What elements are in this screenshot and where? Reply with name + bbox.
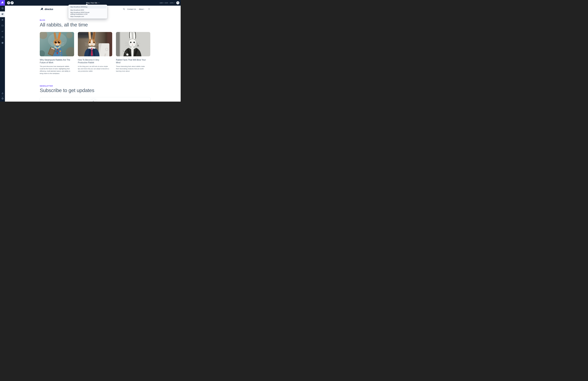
devices-icon (177, 2, 179, 4)
account-button[interactable] (1, 97, 4, 100)
blog-card-facts[interactable]: Rabbit Facts That Will Blow Your Mind Th… (116, 32, 150, 75)
blog-post-grid: Why Steampunk Rabbits Are The Future of … (40, 32, 150, 75)
folder-icon (1, 24, 4, 27)
post-title: How To Become A Very Productive Rabbit (78, 59, 108, 64)
sidebar-divider (1, 96, 4, 96)
post-excerpt: This post discusses how steampunk rabbit… (40, 65, 72, 75)
module-files[interactable] (0, 23, 5, 29)
app-window: ? (0, 0, 181, 102)
directus-rabbit-icon (40, 7, 44, 11)
blog-card-productive[interactable]: How To Become A Very Productive Rabbit I… (78, 32, 112, 75)
site-logo[interactable]: directus (40, 7, 53, 11)
module-nav: ? (0, 6, 5, 46)
chevron-down-icon (174, 2, 175, 4)
user-circle-icon (1, 98, 4, 100)
search-button[interactable] (123, 8, 125, 11)
blog-heading: All rabbits, all the time (40, 22, 150, 28)
newsletter-eyebrow: NEWSLETTER (40, 85, 150, 87)
post-image-rabbit-in-suit (78, 32, 112, 56)
nav-about-label: About (139, 8, 144, 10)
blog-eyebrow: BLOG (40, 19, 150, 21)
chevron-down-icon (144, 8, 145, 10)
help-icon: ? (1, 36, 4, 39)
sun-icon (148, 8, 150, 10)
site-brand-wordmark: directus (44, 8, 53, 11)
post-excerpt: These interesting facts about rabbits ma… (116, 65, 148, 72)
post-title: Why Steampunk Rabbits Are The Future of … (40, 59, 70, 64)
post-excerpt: In this blog post, we will look at some … (78, 65, 110, 72)
module-bar-bottom (0, 92, 5, 102)
newsletter-form-card: First Name *Required (40, 97, 150, 102)
nav-contact-us[interactable]: Contact Us (127, 8, 136, 10)
url-option-visual-editing[interactable]: http://localhost:3000/?visual-editing=tr… (69, 12, 106, 15)
url-option-root[interactable]: http://localhost:3000 (69, 8, 106, 12)
module-help[interactable]: ? (0, 34, 5, 40)
url-option-blog[interactable]: http://localhost:3000/blog (69, 5, 106, 8)
topbar-right-tools: 1860 × 1020 100% (159, 0, 179, 6)
gear-icon (1, 42, 4, 44)
newsletter-heading: Subscribe to get updates (40, 87, 150, 93)
directus-rabbit-icon (1, 1, 4, 4)
site-preview-frame: directus Contact Us About (5, 6, 181, 102)
module-bar: ? (0, 0, 5, 102)
nav-contact-label: Contact Us (127, 8, 136, 10)
post-image-victorian-rabbit (116, 32, 150, 56)
theme-toggle-button[interactable] (147, 7, 151, 11)
module-visual-editor[interactable] (0, 11, 5, 17)
nav-about-dropdown[interactable]: About (139, 8, 145, 10)
post-title: Rabbit Facts That Will Blow Your Mind (116, 59, 147, 64)
url-dropdown-menu: http://localhost:3000/blog http://localh… (68, 5, 107, 19)
directus-logo-tile[interactable] (0, 0, 5, 6)
zoom-level: 100% (170, 2, 174, 4)
viewport-size-readout: 1860 × 1020 (159, 2, 168, 4)
url-option-example[interactable]: https://example.com (69, 15, 106, 18)
module-content[interactable] (0, 6, 5, 11)
notifications-button[interactable] (1, 92, 4, 95)
page-title: Blog | Your Site (86, 2, 97, 4)
module-settings[interactable] (0, 40, 5, 46)
insights-sparkline-icon (1, 30, 4, 33)
bell-icon (1, 93, 4, 95)
post-image-steampunk-rabbit (40, 32, 74, 56)
blog-card-steampunk[interactable]: Why Steampunk Rabbits Are The Future of … (40, 32, 74, 75)
zoom-level-dropdown[interactable]: 100% (170, 2, 175, 4)
search-icon (123, 9, 125, 11)
users-icon (1, 19, 4, 21)
responsive-preview-button[interactable] (176, 1, 179, 4)
edit-square-icon (1, 13, 4, 16)
chevron-down-icon (98, 2, 100, 4)
nuxt-logo-icon (92, 100, 95, 102)
module-insights[interactable] (0, 29, 5, 34)
nuxt-badge[interactable] (91, 99, 96, 102)
box-icon (1, 7, 4, 10)
module-users[interactable] (0, 17, 5, 23)
svg-text:?: ? (2, 37, 3, 38)
